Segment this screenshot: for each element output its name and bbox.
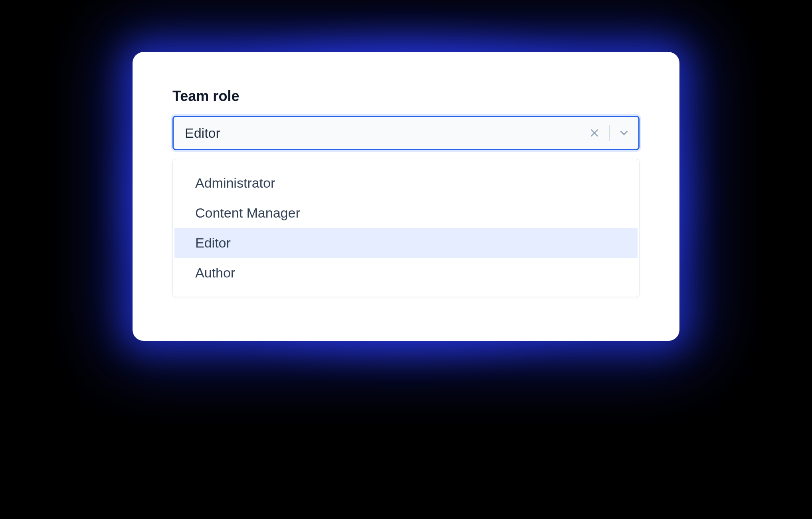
dropdown-option-editor[interactable]: Editor	[174, 228, 638, 258]
dropdown-option-administrator[interactable]: Administrator	[174, 168, 638, 198]
chevron-down-icon[interactable]	[617, 126, 631, 140]
team-role-selected-value: Editor	[185, 125, 587, 141]
team-role-select[interactable]: Editor	[172, 116, 640, 150]
indicator-separator	[609, 125, 610, 141]
select-indicators	[587, 125, 631, 141]
clear-icon[interactable]	[587, 126, 602, 140]
dropdown-option-content-manager[interactable]: Content Manager	[174, 198, 638, 228]
dropdown-option-author[interactable]: Author	[174, 258, 638, 288]
team-role-dropdown: Administrator Content Manager Editor Aut…	[172, 159, 640, 297]
team-role-card: Team role Editor Administrato	[133, 52, 679, 341]
team-role-label: Team role	[172, 88, 640, 105]
